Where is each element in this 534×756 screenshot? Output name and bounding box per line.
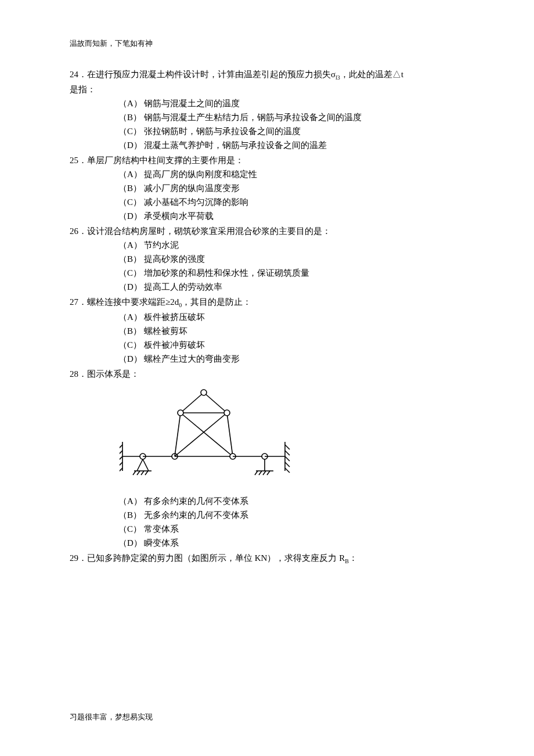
opt-label-b: （B） bbox=[118, 181, 144, 195]
svg-line-14 bbox=[145, 471, 148, 475]
svg-line-17 bbox=[175, 413, 181, 456]
question-27-stem: 27．螺栓连接中要求端距≥2d0，其目的是防止： bbox=[70, 295, 464, 310]
svg-line-34 bbox=[259, 471, 262, 475]
question-25: 25．单层厂房结构中柱间支撑的主要作用是： （A）提高厂房的纵向刚度和稳定性 （… bbox=[70, 153, 464, 223]
q24-option-b: （B）钢筋与混凝土产生粘结力后，钢筋与承拉设备之间的温度 bbox=[118, 110, 464, 124]
q27-option-a: （A）板件被挤压破坏 bbox=[118, 310, 464, 324]
svg-line-38 bbox=[285, 445, 290, 449]
q28-a-text: 有多余约束的几何不变体系 bbox=[144, 496, 248, 506]
q26-option-c: （C）增加砂浆的和易性和保水性，保证砌筑质量 bbox=[118, 266, 464, 280]
question-24-stem: 24．在进行预应力混凝土构件设计时，计算由温差引起的预应力损失σl3，此处的温差… bbox=[70, 67, 464, 96]
q28-b-text: 无多余约束的几何不变体系 bbox=[144, 510, 248, 520]
svg-line-39 bbox=[285, 451, 290, 455]
q25-b-text: 减小厂房的纵向温度变形 bbox=[144, 183, 240, 193]
opt-label-c: （C） bbox=[118, 124, 144, 138]
question-27: 27．螺栓连接中要求端距≥2d0，其目的是防止： （A）板件被挤压破坏 （B）螺… bbox=[70, 295, 464, 366]
opt-label-c: （C） bbox=[118, 522, 144, 536]
q26-option-b: （B）提高砂浆的强度 bbox=[118, 252, 464, 266]
q24-option-a: （A）钢筋与混凝土之间的温度 bbox=[118, 96, 464, 110]
q27-a-text: 板件被挤压破坏 bbox=[144, 312, 205, 322]
opt-label-d: （D） bbox=[118, 138, 144, 152]
q24-option-c: （C）张拉钢筋时，钢筋与承拉设备之间的温度 bbox=[118, 124, 464, 138]
q25-option-c: （C）减小基础不均匀沉降的影响 bbox=[118, 195, 464, 209]
svg-line-40 bbox=[285, 456, 290, 461]
question-25-stem: 25．单层厂房结构中柱间支撑的主要作用是： bbox=[70, 153, 464, 167]
q25-option-d: （D）承受横向水平荷载 bbox=[118, 209, 464, 223]
q26-num: 26 bbox=[70, 226, 78, 236]
q25-num: 25 bbox=[70, 156, 78, 165]
q24-options: （A）钢筋与混凝土之间的温度 （B）钢筋与混凝土产生粘结力后，钢筋与承拉设备之间… bbox=[118, 96, 464, 152]
opt-label-c: （C） bbox=[118, 338, 144, 352]
q26-d-text: 提高工人的劳动效率 bbox=[144, 282, 222, 291]
svg-line-9 bbox=[143, 459, 149, 471]
q28-option-b: （B）无多余约束的几何不变体系 bbox=[118, 508, 464, 522]
truss-diagram-icon bbox=[120, 387, 294, 485]
q24-d-text: 混凝土蒸气养护时，钢筋与承拉设备之间的温差 bbox=[144, 141, 327, 150]
q28-d-text: 瞬变体系 bbox=[144, 538, 179, 548]
opt-label-b: （B） bbox=[118, 324, 144, 338]
opt-label-d: （D） bbox=[118, 536, 144, 550]
question-29: 29．已知多跨静定梁的剪力图（如图所示，单位 KN），求得支座反力 RB： bbox=[70, 551, 464, 566]
q24-stem-line2: 是指： bbox=[70, 82, 464, 96]
q27-b-text: 螺栓被剪坏 bbox=[144, 326, 187, 336]
opt-label-a: （A） bbox=[118, 238, 144, 252]
svg-point-26 bbox=[224, 410, 230, 416]
q27-option-c: （C）板件被冲剪破坏 bbox=[118, 338, 464, 352]
q25-option-a: （A）提高厂房的纵向刚度和稳定性 bbox=[118, 167, 464, 181]
q26-c-text: 增加砂浆的和易性和保水性，保证砌筑质量 bbox=[144, 268, 309, 278]
q28-options: （A）有多余约束的几何不变体系 （B）无多余约束的几何不变体系 （C）常变体系 … bbox=[118, 494, 464, 550]
q25-stem: ．单层厂房结构中柱间支撑的主要作用是： bbox=[78, 156, 244, 165]
q29-num: 29 bbox=[70, 553, 78, 563]
q29-sub: B bbox=[345, 558, 349, 564]
q24-c-text: 张拉钢筋时，钢筋与承拉设备之间的温度 bbox=[144, 127, 301, 136]
q26-a-text: 节约水泥 bbox=[144, 240, 179, 250]
q25-c-text: 减小基础不均匀沉降的影响 bbox=[144, 197, 248, 207]
opt-label-b: （B） bbox=[118, 110, 144, 124]
q27-options: （A）板件被挤压破坏 （B）螺栓被剪坏 （C）板件被冲剪破坏 （D）螺栓产生过大… bbox=[118, 310, 464, 366]
opt-label-a: （A） bbox=[118, 167, 144, 181]
question-29-stem: 29．已知多跨静定梁的剪力图（如图所示，单位 KN），求得支座反力 RB： bbox=[70, 551, 464, 566]
q24-stem-mid: ，此处的温差△t bbox=[340, 70, 403, 79]
opt-label-c: （C） bbox=[118, 195, 144, 209]
q27-c-text: 板件被冲剪破坏 bbox=[144, 340, 205, 350]
q24-b-text: 钢筋与混凝土产生粘结力后，钢筋与承拉设备之间的温度 bbox=[144, 113, 362, 122]
q26-option-d: （D）提高工人的劳动效率 bbox=[118, 280, 464, 294]
q24-a-text: 钢筋与混凝土之间的温度 bbox=[144, 99, 240, 108]
q29-stem-pre: ．已知多跨静定梁的剪力图（如图所示，单位 KN），求得支座反力 R bbox=[78, 553, 345, 563]
svg-line-41 bbox=[285, 462, 290, 467]
q25-options: （A）提高厂房的纵向刚度和稳定性 （B）减小厂房的纵向温度变形 （C）减小基础不… bbox=[118, 167, 464, 223]
opt-label-d: （D） bbox=[118, 209, 144, 223]
question-26-stem: 26．设计混合结构房屋时，砌筑砂浆宜采用混合砂浆的主要目的是： bbox=[70, 224, 464, 238]
svg-line-21 bbox=[227, 413, 233, 456]
opt-label-b: （B） bbox=[118, 252, 144, 266]
svg-line-13 bbox=[141, 471, 144, 475]
q27-d-text: 螺栓产生过大的弯曲变形 bbox=[144, 354, 240, 363]
question-28: 28．图示体系是： bbox=[70, 367, 464, 550]
footer-note: 习题很丰富，梦想易实现 bbox=[70, 711, 153, 723]
svg-line-36 bbox=[267, 471, 270, 475]
svg-point-25 bbox=[178, 410, 183, 416]
q27-option-b: （B）螺栓被剪坏 bbox=[118, 324, 464, 338]
svg-point-27 bbox=[201, 390, 207, 395]
svg-line-12 bbox=[137, 471, 140, 475]
header-note: 温故而知新，下笔如有神 bbox=[70, 38, 464, 50]
q28-stem: ．图示体系是： bbox=[78, 369, 139, 379]
question-26: 26．设计混合结构房屋时，砌筑砂浆宜采用混合砂浆的主要目的是： （A）节约水泥 … bbox=[70, 224, 464, 294]
opt-label-d: （D） bbox=[118, 280, 144, 294]
q26-options: （A）节约水泥 （B）提高砂浆的强度 （C）增加砂浆的和易性和保水性，保证砌筑质… bbox=[118, 238, 464, 294]
q26-stem: ．设计混合结构房屋时，砌筑砂浆宜采用混合砂浆的主要目的是： bbox=[78, 226, 331, 236]
q27-option-d: （D）螺栓产生过大的弯曲变形 bbox=[118, 352, 464, 366]
opt-label-b: （B） bbox=[118, 508, 144, 522]
q26-option-a: （A）节约水泥 bbox=[118, 238, 464, 252]
q27-num: 27 bbox=[70, 297, 78, 307]
q28-figure bbox=[120, 387, 464, 489]
q28-option-c: （C）常变体系 bbox=[118, 522, 464, 536]
q28-num: 28 bbox=[70, 369, 78, 379]
q25-a-text: 提高厂房的纵向刚度和稳定性 bbox=[144, 170, 257, 179]
question-24: 24．在进行预应力混凝土构件设计时，计算由温差引起的预应力损失σl3，此处的温差… bbox=[70, 67, 464, 152]
q26-b-text: 提高砂浆的强度 bbox=[144, 254, 205, 264]
q27-stem-pre: ．螺栓连接中要求端距≥2d bbox=[78, 297, 179, 307]
q25-option-b: （B）减小厂房的纵向温度变形 bbox=[118, 181, 464, 195]
q24-sub: l3 bbox=[335, 74, 340, 81]
q24-option-d: （D）混凝土蒸气养护时，钢筋与承拉设备之间的温差 bbox=[118, 138, 464, 152]
